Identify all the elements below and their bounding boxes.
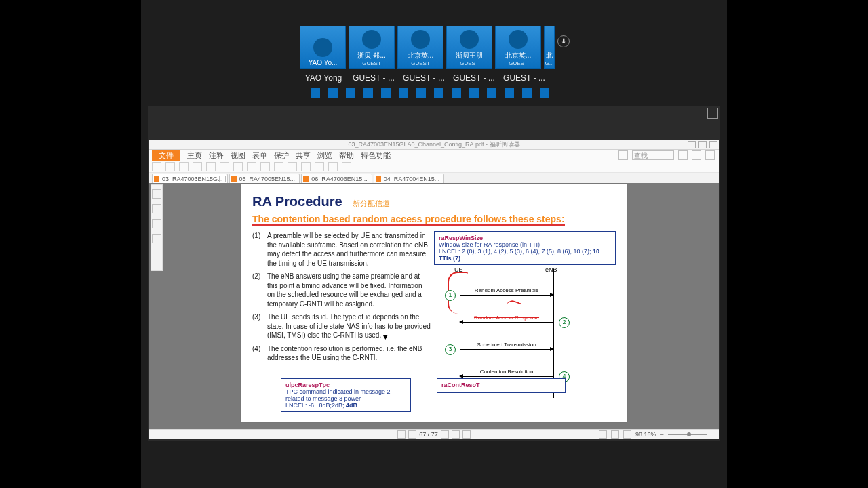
- highlight-icon[interactable]: [301, 162, 311, 171]
- document-viewport[interactable]: RA Procedure 新分配信道 The contention based …: [149, 183, 719, 430]
- menu-item[interactable]: 浏览: [317, 150, 332, 161]
- zoom-in-icon[interactable]: +: [711, 431, 715, 438]
- mini-tile[interactable]: [452, 88, 461, 98]
- raRespWinSize-box: raRespWinSize Window size for RA respons…: [434, 231, 616, 265]
- mini-tile[interactable]: [505, 88, 514, 98]
- undo-icon[interactable]: [193, 162, 202, 171]
- participant-label: GUEST - ...: [400, 73, 448, 83]
- menu-file[interactable]: 文件: [152, 150, 180, 161]
- pdf-icon: [231, 176, 237, 182]
- settings-gear-icon[interactable]: [692, 150, 701, 160]
- pdf-icon: [376, 176, 381, 182]
- step-circle-3: 3: [445, 344, 456, 355]
- hand-icon[interactable]: [233, 162, 243, 171]
- participant-tile[interactable]: YAO Yo...: [300, 26, 346, 69]
- last-page-icon[interactable]: [452, 430, 460, 439]
- mini-tile[interactable]: [434, 88, 443, 98]
- slide-heading: The contention based random access proce…: [252, 214, 565, 226]
- page-layout-icon[interactable]: [462, 430, 471, 439]
- menu-item[interactable]: 表单: [252, 150, 267, 161]
- mini-tile[interactable]: [522, 88, 532, 98]
- steps-list: (1)A preamble will be selected by UE and…: [252, 231, 431, 398]
- select-icon[interactable]: [220, 162, 229, 171]
- restore-icon[interactable]: [698, 141, 707, 148]
- step-circle-1: 1: [445, 290, 456, 301]
- mini-tile[interactable]: [469, 88, 479, 98]
- next-page-icon[interactable]: [441, 430, 449, 439]
- mini-tile[interactable]: [346, 88, 355, 98]
- menu-item[interactable]: 注释: [209, 150, 224, 161]
- close-tab-icon[interactable]: [219, 176, 226, 182]
- menu-item[interactable]: 视图: [231, 150, 245, 161]
- raContResoT-box: raContResoT: [437, 378, 566, 393]
- sequence-diagram: raRespWinSize Window size for RA respons…: [437, 231, 616, 398]
- prev-page-icon[interactable]: [408, 430, 416, 439]
- pdf-reader-window: 03_RA47003EN15GLA0_Channel_Config_RA.pdf…: [149, 140, 719, 439]
- rect-icon[interactable]: [247, 162, 256, 171]
- layers-icon[interactable]: [152, 234, 161, 243]
- menu-item[interactable]: 共享: [296, 150, 311, 161]
- pencil-icon[interactable]: [288, 162, 297, 171]
- first-page-icon[interactable]: [397, 430, 406, 439]
- participant-tile[interactable]: 浙贝-郑...GUEST: [349, 26, 395, 69]
- toolbar: [149, 161, 719, 173]
- shared-screen: 03_RA47003EN15GLA0_Channel_Config_RA.pdf…: [148, 106, 720, 441]
- open-icon[interactable]: [152, 162, 161, 171]
- oval-icon[interactable]: [260, 162, 270, 171]
- menu-item[interactable]: 主页: [187, 150, 202, 161]
- print-icon[interactable]: [179, 162, 189, 171]
- text-icon[interactable]: [315, 162, 324, 171]
- step-circle-2: 2: [559, 317, 570, 328]
- zoom-value: 98.16%: [635, 431, 656, 438]
- menu-item[interactable]: 特色功能: [361, 150, 391, 161]
- window-titlebar: 03_RA47003EN15GLA0_Channel_Config_RA.pdf…: [149, 140, 719, 150]
- mini-tile[interactable]: [399, 88, 408, 98]
- save-icon[interactable]: [165, 162, 175, 171]
- participant-tile[interactable]: 北京英...GUEST: [397, 26, 443, 69]
- stamp-icon[interactable]: [342, 162, 351, 171]
- thumbnails-icon[interactable]: [152, 204, 161, 214]
- pdf-page: RA Procedure 新分配信道 The contention based …: [241, 184, 627, 422]
- close-icon[interactable]: [709, 141, 717, 148]
- search-input[interactable]: 查找: [632, 150, 674, 160]
- mini-tile[interactable]: [363, 88, 373, 98]
- redo-icon[interactable]: [206, 162, 216, 171]
- minimize-icon[interactable]: [688, 141, 696, 148]
- mini-tile[interactable]: [416, 88, 426, 98]
- line-icon[interactable]: [274, 162, 283, 171]
- expand-participants-icon[interactable]: ⬇: [557, 35, 570, 47]
- bookmark-icon[interactable]: [705, 150, 715, 160]
- menu-item[interactable]: 保护: [274, 150, 289, 161]
- arrow-preamble: Random Access Preamble: [460, 295, 553, 296]
- mini-tile[interactable]: [487, 88, 496, 98]
- bookmarks-icon[interactable]: [152, 189, 161, 199]
- continuous-icon[interactable]: [611, 430, 619, 439]
- slide-title: RA Procedure: [252, 194, 342, 209]
- pdf-icon: [303, 176, 309, 182]
- menu-bar: 文件 主页 注释 视图 表单 保护 共享 浏览 帮助 特色功能 查找: [149, 150, 719, 161]
- arrow-response: Random Access Response: [460, 322, 553, 323]
- page-indicator[interactable]: 67 / 77: [419, 431, 438, 438]
- status-bar: 67 / 77 98.16% − +: [149, 429, 719, 439]
- single-page-icon[interactable]: [599, 430, 607, 439]
- mini-tile[interactable]: [311, 88, 320, 98]
- maximize-icon[interactable]: [707, 108, 718, 119]
- participant-label: YAO Yong: [300, 73, 347, 83]
- attachments-icon[interactable]: [152, 219, 161, 228]
- participant-labels: YAO Yong GUEST - ... GUEST - ... GUEST -…: [300, 73, 548, 83]
- zoom-out-icon[interactable]: −: [660, 431, 663, 438]
- arrow-scheduled: Scheduled Transmission: [460, 349, 553, 350]
- mini-tile[interactable]: [328, 88, 338, 98]
- participant-tile[interactable]: 浙贝王朋GUEST: [446, 26, 492, 69]
- search-go-icon[interactable]: [678, 150, 688, 160]
- menu-item[interactable]: 帮助: [339, 150, 354, 161]
- slide-subtitle: 新分配信道: [353, 199, 390, 207]
- zoom-slider[interactable]: [668, 434, 707, 435]
- participant-tile-overflow[interactable]: 北G...: [544, 26, 555, 69]
- facing-icon[interactable]: [623, 430, 631, 439]
- mini-tile[interactable]: [381, 88, 391, 98]
- eraser-icon[interactable]: [328, 162, 338, 171]
- search-icon[interactable]: [618, 150, 628, 160]
- participant-tile[interactable]: 北京英...GUEST: [495, 26, 541, 69]
- mini-tile[interactable]: [540, 88, 549, 98]
